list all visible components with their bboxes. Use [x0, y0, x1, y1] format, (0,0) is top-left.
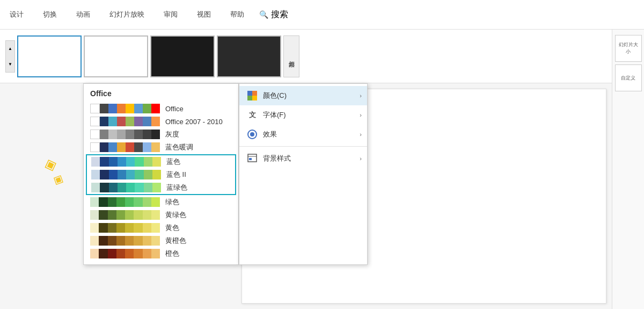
color-item-orange[interactable]: 橙色	[84, 247, 238, 260]
swatch-blue	[91, 157, 161, 167]
color-list-header: Office	[84, 88, 238, 102]
colors-arrow: ›	[360, 92, 362, 99]
submenu-colors[interactable]: 颜色(C) ›	[239, 86, 367, 105]
color-item-blue[interactable]: 蓝色	[87, 155, 235, 168]
color-item-office2007-label: Office 2007 - 2010	[165, 118, 223, 126]
search-label: 搜索	[271, 9, 288, 20]
submenu-colors-label: 颜色(C)	[263, 91, 287, 100]
dropdown-container: Office Office	[83, 83, 368, 265]
tab-view[interactable]: 视图	[193, 6, 215, 23]
color-item-blue-label: 蓝色	[166, 157, 180, 167]
theme-panel: ▲ ▼	[0, 30, 644, 83]
color-item-blue-warm-label: 蓝色暖调	[165, 142, 193, 152]
svg-rect-2	[247, 96, 252, 100]
effects-icon	[247, 129, 258, 140]
color-item-gray[interactable]: 灰度	[84, 128, 238, 141]
submenu-fonts-label: 字体(F)	[263, 110, 286, 120]
tab-help[interactable]: 帮助	[226, 6, 248, 23]
svg-rect-1	[252, 91, 257, 96]
color-item-office-label: Office	[165, 105, 184, 113]
theme-colorful[interactable]	[84, 35, 148, 77]
swatch-blue-warm	[90, 142, 160, 152]
swatch-yellow-green	[90, 210, 160, 220]
submenu-panel: 颜色(C) › 文 字体(F) › 效果 ›	[239, 83, 368, 265]
tab-design[interactable]: 设计	[5, 6, 28, 23]
color-item-green[interactable]: 绿色	[84, 196, 238, 209]
submenu-bg-style-label: 背景样式	[263, 154, 291, 163]
color-item-yellow-orange-label: 黄橙色	[165, 236, 186, 246]
color-item-office2007[interactable]: Office 2007 - 2010	[84, 115, 238, 128]
color-item-yellow-orange[interactable]: 黄橙色	[84, 234, 238, 247]
bg-style-icon	[247, 153, 258, 164]
color-item-yellow-green-label: 黄绿色	[165, 210, 186, 220]
swatch-orange	[90, 249, 160, 258]
theme-dark[interactable]	[150, 35, 215, 77]
svg-point-5	[250, 132, 254, 136]
color-item-yellow-green[interactable]: 黄绿色	[84, 209, 238, 221]
submenu-effects-label: 效果	[263, 130, 277, 139]
colors-icon	[247, 90, 258, 101]
swatch-blue2	[91, 170, 161, 179]
svg-rect-0	[247, 91, 252, 96]
svg-rect-8	[249, 158, 252, 160]
tab-switch[interactable]: 切换	[39, 6, 61, 23]
theme-office[interactable]	[17, 35, 82, 77]
color-item-teal-label: 蓝绿色	[166, 183, 187, 192]
theme-black[interactable]	[217, 35, 281, 77]
color-item-blue2-label: 蓝色 II	[166, 170, 186, 179]
color-item-orange-label: 橙色	[165, 249, 179, 258]
tab-review[interactable]: 审阅	[159, 6, 182, 23]
color-list-panel: Office Office	[83, 83, 239, 265]
search-icon: 🔍	[259, 10, 268, 19]
tab-slideshow[interactable]: 幻灯片放映	[105, 6, 149, 23]
swatch-green	[90, 197, 160, 207]
swatch-gray	[90, 130, 160, 139]
color-item-blue-warm[interactable]: 蓝色暖调	[84, 141, 238, 154]
slide-size-btn[interactable]: 幻灯片大小	[615, 35, 642, 62]
color-item-green-label: 绿色	[165, 197, 179, 207]
right-panel: 幻灯片大小 自定义	[612, 30, 644, 309]
swatch-office2007	[90, 117, 160, 126]
submenu-effects[interactable]: 效果 ›	[239, 125, 367, 144]
swatch-yellow-orange	[90, 236, 160, 246]
swatch-office	[90, 104, 160, 113]
scroll-up-button[interactable]: ▲ ▼	[5, 40, 15, 73]
color-item-yellow[interactable]: 黄色	[84, 221, 238, 234]
swatch-teal	[91, 183, 161, 192]
fonts-icon: 文	[247, 110, 258, 120]
bg-style-arrow: ›	[360, 155, 362, 162]
color-item-office[interactable]: Office	[84, 102, 238, 115]
submenu-bg-style[interactable]: 背景样式 ›	[239, 149, 367, 168]
swatch-yellow	[90, 223, 160, 233]
submenu-fonts[interactable]: 文 字体(F) ›	[239, 105, 367, 125]
color-item-blue2[interactable]: 蓝色 II	[87, 168, 235, 181]
search-area: 🔍 搜索	[259, 9, 288, 20]
color-item-teal[interactable]: 蓝绿色	[87, 181, 235, 194]
color-item-yellow-label: 黄色	[165, 223, 179, 233]
ribbon-tabs: 设计 切换 动画 幻灯片放映 审阅 视图 帮助	[5, 6, 248, 23]
effects-arrow: ›	[360, 131, 362, 138]
slide-size-button[interactable]: 幻灯片大小	[283, 35, 299, 77]
svg-rect-3	[252, 96, 257, 100]
color-item-gray-label: 灰度	[165, 130, 179, 139]
ribbon: 设计 切换 动画 幻灯片放映 审阅 视图 帮助 🔍 搜索	[0, 0, 644, 30]
submenu-divider	[239, 146, 367, 147]
tab-animation[interactable]: 动画	[72, 6, 94, 23]
format-bg-btn[interactable]: 自定义	[615, 64, 642, 91]
fonts-arrow: ›	[360, 112, 362, 118]
selected-group-container: 蓝色 蓝色 II	[86, 154, 236, 195]
